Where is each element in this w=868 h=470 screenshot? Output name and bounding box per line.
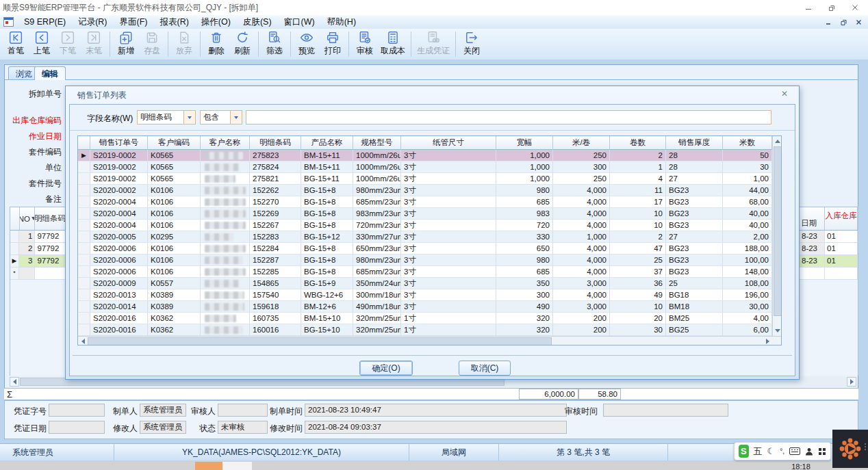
column-header-core_size[interactable]: 纸管尺寸 (401, 136, 496, 150)
column-header-detail_barcode[interactable]: 明细条码 (250, 136, 301, 150)
audit-button[interactable]: 审核 (352, 29, 378, 60)
next-record-button[interactable]: 下笔 (55, 29, 81, 60)
sales-order-row[interactable]: S2020-0006K0106152284BG-15+8650mm/23um..… (78, 243, 772, 254)
sales-order-row[interactable]: S2020-0006K0106152285BG-15+8685mm/23um..… (78, 266, 772, 278)
row-marker-header[interactable] (78, 136, 90, 150)
detail-grid-left-fragment[interactable]: NO明细条码197792297792▶397792* (10, 207, 66, 376)
dialog-close-icon[interactable]: ✕ (780, 89, 789, 99)
mdi-restore-icon[interactable] (838, 17, 849, 27)
voucher-button[interactable]: 生成凭证 (414, 29, 452, 60)
column-header-width[interactable]: 宽幅 (496, 136, 553, 150)
prev-record-button[interactable]: 上笔 (29, 29, 55, 60)
sogou-input-icon[interactable]: S (739, 445, 749, 458)
menu-item-0[interactable]: S9 ERP(E) (18, 16, 72, 28)
tab-edit[interactable]: 编辑 (34, 66, 66, 80)
filter-button[interactable]: 筛选 (261, 29, 288, 60)
column-header-customer_code[interactable]: 客户编码 (148, 136, 201, 150)
toolbox-grid-icon[interactable] (818, 447, 826, 456)
save-button[interactable]: 存盘 (139, 29, 165, 60)
preview-button[interactable]: 预览 (294, 29, 320, 60)
sales-order-grid[interactable]: 销售订单号客户编码客户名称明细条码产品名称规格型号纸管尺寸宽幅米/卷卷数销售厚度… (77, 135, 782, 345)
operator-select[interactable]: 包含 (200, 110, 242, 125)
table-row[interactable]: 197792 (10, 231, 66, 243)
keyboard-icon[interactable] (789, 447, 800, 455)
hscroll-thumb[interactable] (88, 337, 552, 345)
print-button[interactable]: 打印 (320, 29, 346, 60)
grid-hscrollbar[interactable] (78, 336, 782, 345)
column-header-meters[interactable]: 米数 (723, 136, 772, 150)
sales-order-row[interactable]: S2020-0004K0106152269BG-15+8983mm/23um..… (78, 208, 772, 220)
sales-order-row[interactable]: S2020-0002K0106152262BG-15+8980mm/23um..… (78, 185, 772, 196)
wubi-mode-label[interactable]: 五 (754, 445, 763, 458)
vscroll-thumb[interactable] (774, 146, 782, 316)
vscroll-up-icon[interactable] (773, 136, 782, 146)
mdi-close-icon[interactable] (853, 17, 864, 27)
column-header-m_per_roll[interactable]: 米/卷 (553, 136, 610, 150)
column-header-rolls[interactable]: 卷数 (610, 136, 666, 150)
menu-item-3[interactable]: 报表(R) (153, 16, 194, 28)
menu-item-5[interactable]: 皮肤(S) (237, 16, 278, 28)
menu-item-1[interactable]: 记录(R) (72, 16, 113, 28)
moon-icon[interactable]: ☾ (767, 446, 776, 456)
mdi-minimize-icon[interactable] (823, 17, 834, 27)
table-row[interactable]: 8-2301 (800, 243, 858, 255)
column-header-customer_name[interactable]: 客户名称 (201, 136, 250, 150)
sales-order-row[interactable]: S2019-0002K0565275821BG-15+111000mm/26u.… (78, 173, 772, 185)
filter-value-input[interactable] (246, 110, 771, 125)
ok-button[interactable]: 确定(O) (359, 361, 413, 376)
footer-field-0-4[interactable] (603, 404, 728, 417)
taskbar-white-segment[interactable] (222, 462, 252, 470)
column-header-order_no[interactable]: 销售订单号 (90, 136, 148, 150)
footer-field-0-0[interactable] (49, 404, 105, 417)
grid-vscrollbar[interactable] (772, 136, 782, 336)
field-name-select[interactable]: 明细条码 (137, 110, 196, 125)
table-row[interactable]: 8-2301 (800, 255, 858, 267)
table-row[interactable]: ▶397792 (10, 255, 66, 267)
sales-order-row[interactable]: S2020-0004K0106152270BG-15+8685mm/23um..… (78, 196, 772, 208)
table-row[interactable] (800, 267, 858, 280)
hscroll-left-icon[interactable] (78, 337, 88, 345)
sales-order-row[interactable]: S2020-0013K0389157540WBG-12+6300mm/18um.… (78, 289, 772, 301)
menu-item-6[interactable]: 窗口(W) (278, 16, 321, 28)
column-header-sale_thickness[interactable]: 销售厚度 (666, 136, 723, 150)
cost-button[interactable]: 取成本 (378, 29, 408, 60)
sales-order-row[interactable]: S2020-0004K0106152267BG-15+8720mm/23um..… (78, 220, 772, 231)
footer-field-0-2[interactable] (218, 404, 268, 417)
sales-order-row[interactable]: S2019-0002K0565275824BM-15+111000mm/26u.… (78, 161, 772, 173)
footer-field-0-3[interactable]: 2021-08-23 10:49:47 (305, 404, 567, 417)
punctuation-mode-icon[interactable]: °, (780, 447, 784, 455)
sales-order-row[interactable]: S2020-0006K0106152287BG-15+8980mm/23um..… (78, 254, 772, 266)
user-icon[interactable] (805, 447, 813, 456)
exit-button[interactable]: 关闭 (459, 29, 485, 60)
hscroll-right-button[interactable] (847, 377, 856, 387)
chevron-down-icon[interactable] (230, 111, 242, 124)
taskbar-orange-segment[interactable] (195, 462, 222, 470)
sales-order-row[interactable]: S2020-0009K0557154865BG-15+9350mm/24um..… (78, 278, 772, 289)
table-row[interactable]: 297792 (10, 243, 66, 255)
column-header-product_name[interactable]: 产品名称 (301, 136, 353, 150)
grid-header[interactable]: 销售订单号客户编码客户名称明细条码产品名称规格型号纸管尺寸宽幅米/卷卷数销售厚度… (78, 136, 772, 150)
add-button[interactable]: 新增 (113, 29, 139, 60)
last-record-button[interactable]: 末笔 (81, 29, 107, 60)
detail-grid-right-fragment[interactable]: 日期入库仓库8-23018-23018-2301 (800, 207, 858, 376)
discard-button[interactable]: 放弃 (171, 29, 197, 60)
footer-field-1-2[interactable]: 未审核 (218, 421, 268, 434)
close-icon[interactable] (843, 1, 867, 14)
table-row[interactable]: * (10, 267, 66, 280)
menu-item-7[interactable]: 帮助(H) (321, 16, 362, 28)
table-row[interactable]: 8-2301 (800, 231, 858, 243)
cancel-button[interactable]: 取消(C) (459, 361, 511, 376)
footer-field-1-3[interactable]: 2021-08-24 09:03:37 (305, 421, 567, 434)
column-header-spec_model[interactable]: 规格型号 (353, 136, 401, 150)
sales-order-row[interactable]: S2020-0016K0362160016BG-15+10320mm/25um.… (78, 324, 772, 336)
minimize-icon[interactable] (797, 1, 820, 14)
sales-order-row[interactable]: S2020-0016K0362160735BM-15+10320mm/25um.… (78, 313, 772, 324)
chevron-down-icon[interactable] (183, 111, 195, 124)
menu-item-4[interactable]: 操作(O) (195, 16, 237, 28)
sales-order-row[interactable]: S2020-0005K0295152283BG-15+12330mm/27um.… (78, 231, 772, 243)
app-logo-popup[interactable] (832, 430, 868, 468)
sales-order-row[interactable]: ▶S2019-0002K0565275823BM-15+111000mm/26u… (78, 150, 772, 161)
menu-item-2[interactable]: 界面(F) (114, 16, 154, 28)
footer-field-1-1[interactable]: 系统管理员 (140, 421, 186, 434)
hscroll-left-button[interactable] (10, 377, 19, 387)
